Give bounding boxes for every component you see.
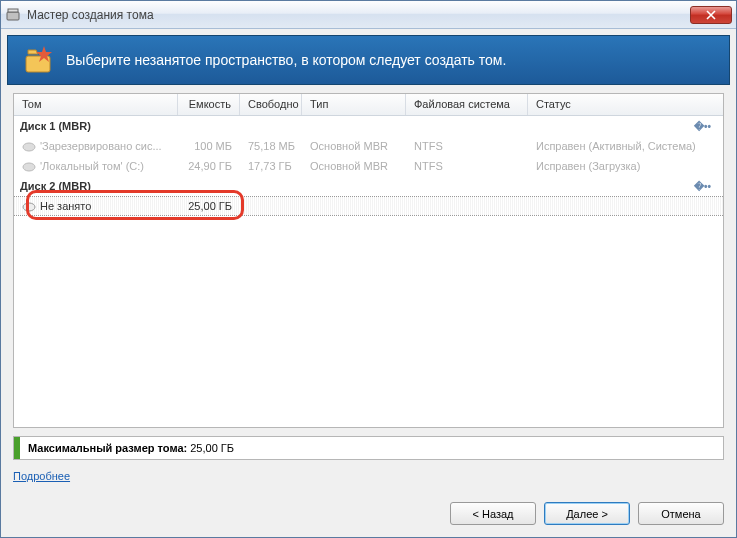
app-icon: [5, 7, 21, 23]
grid-header: Том Емкость Свободно Тип Файловая систем…: [14, 94, 723, 116]
status-cell: Исправен (Активный, Система): [528, 140, 723, 152]
collapse-icon[interactable]: �••: [694, 121, 711, 132]
status-cell: Исправен (Загрузка): [528, 160, 723, 172]
button-row: < Назад Далее > Отмена: [1, 492, 736, 537]
column-capacity[interactable]: Емкость: [178, 94, 240, 115]
fs-cell: NTFS: [406, 160, 528, 172]
column-filesystem[interactable]: Файловая система: [406, 94, 528, 115]
back-button[interactable]: < Назад: [450, 502, 536, 525]
volume-icon: [22, 202, 36, 212]
summary-text: Максимальный размер тома: 25,00 ГБ: [20, 442, 234, 454]
volumes-grid: Том Емкость Свободно Тип Файловая систем…: [13, 93, 724, 428]
cancel-button[interactable]: Отмена: [638, 502, 724, 525]
table-row-selected[interactable]: Не занято 25,00 ГБ: [14, 196, 723, 216]
volume-icon: [22, 162, 36, 172]
type-cell: Основной MBR: [302, 160, 406, 172]
wizard-header-text: Выберите незанятое пространство, в котор…: [66, 52, 506, 68]
disk-group[interactable]: Диск 2 (MBR) �••: [14, 176, 723, 196]
capacity-cell: 100 МБ: [178, 140, 240, 152]
column-type[interactable]: Тип: [302, 94, 406, 115]
fs-cell: NTFS: [406, 140, 528, 152]
svg-point-5: [23, 163, 35, 171]
volume-icon: [22, 142, 36, 152]
titlebar-text: Мастер создания тома: [27, 8, 690, 22]
close-button[interactable]: [690, 6, 732, 24]
type-cell: Основной MBR: [302, 140, 406, 152]
svg-rect-1: [8, 9, 18, 12]
column-volume[interactable]: Том: [14, 94, 178, 115]
table-row[interactable]: 'Локальный том' (C:) 24,90 ГБ 17,73 ГБ О…: [14, 156, 723, 176]
details-link[interactable]: Подробнее: [13, 470, 724, 482]
content-area: Том Емкость Свободно Тип Файловая систем…: [13, 93, 724, 482]
free-cell: 75,18 МБ: [240, 140, 302, 152]
volume-wizard-window: Мастер создания тома Выберите незанятое …: [0, 0, 737, 538]
volume-name: 'Локальный том' (C:): [40, 160, 144, 172]
titlebar: Мастер создания тома: [1, 1, 736, 29]
wizard-header-icon: [22, 44, 54, 76]
volume-name: 'Зарезервировано сис...: [40, 140, 162, 152]
next-button[interactable]: Далее >: [544, 502, 630, 525]
disk-group[interactable]: Диск 1 (MBR) �••: [14, 116, 723, 136]
svg-rect-0: [7, 12, 19, 20]
free-cell: 17,73 ГБ: [240, 160, 302, 172]
collapse-icon[interactable]: �••: [694, 181, 711, 192]
disk-group-label: Диск 2 (MBR): [20, 180, 91, 192]
svg-point-6: [23, 203, 35, 211]
capacity-cell: 25,00 ГБ: [178, 200, 240, 212]
summary-bar: Максимальный размер тома: 25,00 ГБ: [13, 436, 724, 460]
volume-name: Не занято: [40, 200, 91, 212]
capacity-cell: 24,90 ГБ: [178, 160, 240, 172]
disk-group-label: Диск 1 (MBR): [20, 120, 91, 132]
column-free[interactable]: Свободно: [240, 94, 302, 115]
grid-body: Диск 1 (MBR) �•• 'Зарезервировано сис...…: [14, 116, 723, 427]
wizard-header: Выберите незанятое пространство, в котор…: [7, 35, 730, 85]
svg-point-4: [23, 143, 35, 151]
table-row[interactable]: 'Зарезервировано сис... 100 МБ 75,18 МБ …: [14, 136, 723, 156]
column-status[interactable]: Статус: [528, 94, 723, 115]
